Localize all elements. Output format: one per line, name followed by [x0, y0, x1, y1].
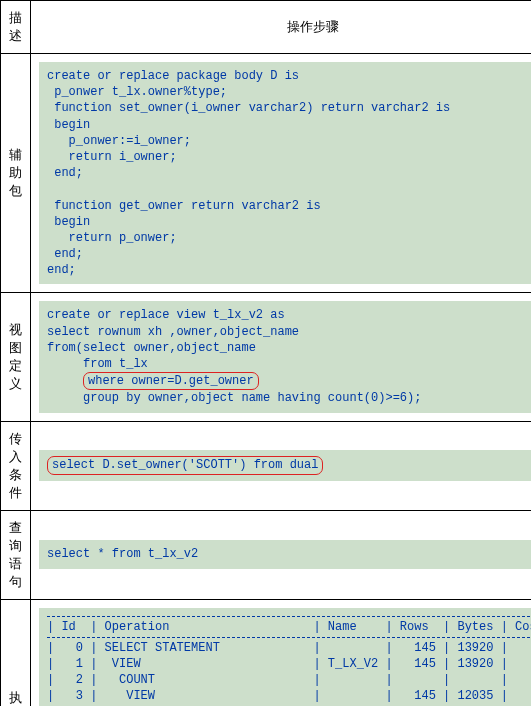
table-row: 传入条件 select D.set_owner('SCOTT') from du…: [1, 421, 532, 510]
plan-row: | 0 | SELECT STATEMENT | | 145 | 13920 |…: [47, 641, 531, 655]
table-row: 执行计划 | Id | Operation | Name | Rows | By…: [1, 599, 532, 706]
code-block: create or replace view t_lx_v2 as select…: [39, 301, 531, 412]
plan-row: | 3 | VIEW | | 145 | 12035 | 86: [47, 689, 531, 703]
code-line: group by owner,object name having count(…: [47, 391, 421, 405]
plan-row: | 1 | VIEW | T_LX_V2 | 145 | 13920 | 86: [47, 657, 531, 671]
row-query-content: select * from t_lx_v2: [31, 510, 532, 599]
highlight-where-owner: where owner=D.get_owner: [83, 372, 259, 390]
row-view-content: create or replace view t_lx_v2 as select…: [31, 293, 532, 421]
col-desc-header: 描述: [1, 1, 31, 54]
code-block: select * from t_lx_v2: [39, 540, 531, 568]
divider: [47, 616, 531, 617]
code-line: from t_lx: [47, 357, 148, 371]
row-helper-content: create or replace package body D is p_on…: [31, 54, 532, 293]
row-plan-content: | Id | Operation | Name | Rows | Bytes |…: [31, 599, 532, 706]
steps-table: 描述 操作步骤 辅助包 create or replace package bo…: [0, 0, 531, 706]
row-view-label: 视图定义: [1, 293, 31, 421]
plan-row: | 2 | COUNT | | | |: [47, 673, 508, 687]
code-line: from(select owner,object_name: [47, 341, 256, 355]
row-plan-label: 执行计划: [1, 599, 31, 706]
col-steps-header: 操作步骤: [31, 1, 532, 54]
code-block: | Id | Operation | Name | Rows | Bytes |…: [39, 608, 531, 706]
row-helper-label: 辅助包: [1, 54, 31, 293]
code-block: select D.set_owner('SCOTT') from dual: [39, 450, 531, 480]
table-row: 视图定义 create or replace view t_lx_v2 as s…: [1, 293, 532, 421]
table-row: 辅助包 create or replace package body D is …: [1, 54, 532, 293]
table-row: 查询语句 select * from t_lx_v2: [1, 510, 532, 599]
code-block: create or replace package body D is p_on…: [39, 62, 531, 284]
code-line: create or replace view t_lx_v2 as: [47, 308, 285, 322]
row-query-label: 查询语句: [1, 510, 31, 599]
row-input-cond-content: select D.set_owner('SCOTT') from dual: [31, 421, 532, 510]
divider: [47, 637, 531, 638]
code-line: select rownum xh ,owner,object_name: [47, 325, 299, 339]
plan-header: | Id | Operation | Name | Rows | Bytes |…: [47, 620, 531, 634]
highlight-set-owner: select D.set_owner('SCOTT') from dual: [47, 456, 323, 474]
row-input-cond-label: 传入条件: [1, 421, 31, 510]
